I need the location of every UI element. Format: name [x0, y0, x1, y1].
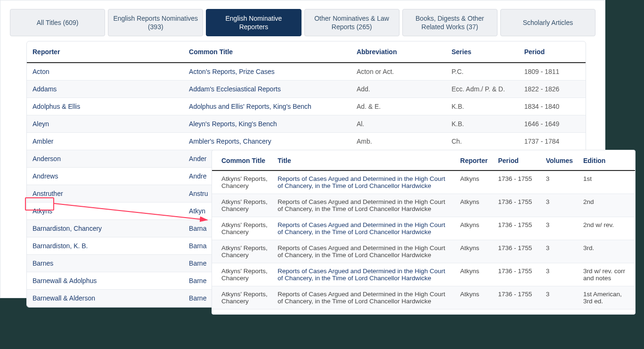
common-title-link[interactable]: Adolphus and Ellis' Reports, King's Benc…	[183, 98, 351, 115]
popup-volumes: 3	[541, 194, 579, 217]
popup-volumes: 3	[541, 170, 579, 194]
series-cell: Ecc. Adm./ P. & D.	[446, 81, 518, 98]
table-row: Adolphus & EllisAdolphus and Ellis' Repo…	[27, 98, 586, 115]
popup-common-title: Atkyns' Reports, Chancery	[212, 217, 273, 240]
tab-english-reports-nominatives[interactable]: English Reports Nominatives (393)	[108, 9, 203, 36]
popup-period: 1736 - 1755	[493, 286, 541, 309]
popup-title[interactable]: Reports of Cases Argued and Determined i…	[273, 217, 456, 240]
popup-reporter: Atkyns	[456, 286, 493, 309]
period-cell: 1646 - 1649	[519, 115, 586, 133]
reporter-link[interactable]: Acton	[27, 63, 183, 81]
popup-edition: 3rd.	[579, 240, 635, 263]
table-row: Atkyns' Reports, ChanceryReports of Case…	[212, 286, 635, 309]
reporter-link[interactable]: Barnardiston, K. B.	[27, 237, 183, 255]
reporter-link[interactable]: Barnewall & Alderson	[27, 290, 183, 307]
popup-volumes: 3	[541, 217, 579, 240]
popup-title: Reports of Cases Argued and Determined i…	[273, 240, 456, 263]
table-row: Atkyns' Reports, ChanceryReports of Case…	[212, 263, 635, 286]
table-row: Atkyns' Reports, ChanceryReports of Case…	[212, 170, 635, 194]
tab-books-digests[interactable]: Books, Digests & Other Related Works (37…	[402, 9, 497, 36]
reporter-link[interactable]: Anderson	[27, 150, 183, 168]
reporter-link[interactable]: Ambler	[27, 133, 183, 150]
popup-reporter: Atkyns	[456, 263, 493, 286]
table-row: Atkyns' Reports, ChanceryReports of Case…	[212, 194, 635, 217]
abbreviation-cell: Add.	[351, 81, 446, 98]
series-cell: K.B.	[446, 115, 518, 133]
tab-scholarly-articles[interactable]: Scholarly Articles	[500, 9, 595, 36]
popup-reporter: Atkyns	[456, 217, 493, 240]
th-popup-title[interactable]: Title	[273, 150, 456, 170]
popup-common-title: Atkyns' Reports, Chancery	[212, 194, 273, 217]
th-abbreviation[interactable]: Abbreviation	[351, 41, 446, 63]
period-cell: 1822 - 1826	[519, 81, 586, 98]
reporter-link[interactable]: Aleyn	[27, 115, 183, 133]
th-popup-volumes[interactable]: Volumes	[541, 150, 579, 170]
popup-title: Reports of Cases Argued and Determined i…	[273, 286, 456, 309]
popup-edition: 1st American, 3rd ed.	[579, 286, 635, 309]
reporter-link[interactable]: Barnewall & Adolphus	[27, 272, 183, 290]
tab-english-nominative-reporters[interactable]: English Nominative Reporters	[206, 9, 301, 36]
period-cell: 1809 - 1811	[519, 63, 586, 81]
th-popup-period[interactable]: Period	[493, 150, 541, 170]
popup-common-title: Atkyns' Reports, Chancery	[212, 240, 273, 263]
th-series[interactable]: Series	[446, 41, 518, 63]
popup-period: 1736 - 1755	[493, 263, 541, 286]
popup-edition: 3rd w/ rev. corr and notes	[579, 263, 635, 286]
th-popup-reporter[interactable]: Reporter	[456, 150, 493, 170]
popup-common-title: Atkyns' Reports, Chancery	[212, 263, 273, 286]
common-title-link[interactable]: Addam's Ecclesiastical Reports	[183, 81, 351, 98]
reporter-link[interactable]: Barnardiston, Chancery	[27, 220, 183, 237]
reporter-link[interactable]: Andrews	[27, 168, 183, 185]
th-popup-edition[interactable]: Edition	[579, 150, 635, 170]
popup-edition: 2nd	[579, 194, 635, 217]
tab-bar: All Titles (609) English Reports Nominat…	[0, 0, 605, 41]
table-row: Atkyns' Reports, ChanceryReports of Case…	[212, 217, 635, 240]
reporter-link[interactable]: Anstruther	[27, 185, 183, 203]
reporter-link[interactable]: Adolphus & Ellis	[27, 98, 183, 115]
popup-title[interactable]: Reports of Cases Argued and Determined i…	[273, 170, 456, 194]
tab-other-nominatives[interactable]: Other Nominatives & Law Reports (265)	[304, 9, 399, 36]
table-row: AddamsAddam's Ecclesiastical ReportsAdd.…	[27, 81, 586, 98]
reporter-link[interactable]: Addams	[27, 81, 183, 98]
common-title-link[interactable]: Aleyn's Reports, King's Bench	[183, 115, 351, 133]
popup-volumes: 3	[541, 240, 579, 263]
th-reporter[interactable]: Reporter	[27, 41, 183, 63]
editions-table: Common Title Title Reporter Period Volum…	[212, 150, 635, 309]
th-period[interactable]: Period	[519, 41, 586, 63]
series-cell: Ch.	[446, 133, 518, 150]
popup-edition: 2nd w/ rev.	[579, 217, 635, 240]
popup-period: 1736 - 1755	[493, 240, 541, 263]
series-cell: P.C.	[446, 63, 518, 81]
period-cell: 1737 - 1784	[519, 133, 586, 150]
popup-volumes: 3	[541, 286, 579, 309]
popup-period: 1736 - 1755	[493, 170, 541, 194]
th-popup-common-title[interactable]: Common Title	[212, 150, 273, 170]
popup-volumes: 3	[541, 263, 579, 286]
abbreviation-cell: Al.	[351, 115, 446, 133]
popup-common-title: Atkyns' Reports, Chancery	[212, 170, 273, 194]
abbreviation-cell: Ad. & E.	[351, 98, 446, 115]
table-row: ActonActon's Reports, Prize CasesActon o…	[27, 63, 586, 81]
table-row: AleynAleyn's Reports, King's BenchAl.K.B…	[27, 115, 586, 133]
reporter-link[interactable]: Barnes	[27, 255, 183, 272]
popup-period: 1736 - 1755	[493, 217, 541, 240]
table-row: Atkyns' Reports, ChanceryReports of Case…	[212, 240, 635, 263]
series-cell: K.B.	[446, 98, 518, 115]
tab-all-titles[interactable]: All Titles (609)	[10, 9, 105, 36]
popup-reporter: Atkyns	[456, 240, 493, 263]
popup-reporter: Atkyns	[456, 194, 493, 217]
abbreviation-cell: Acton or Act.	[351, 63, 446, 81]
popup-title: Reports of Cases Argued and Determined i…	[273, 194, 456, 217]
popup-reporter: Atkyns	[456, 170, 493, 194]
detail-popup: Common Title Title Reporter Period Volum…	[212, 150, 636, 315]
common-title-link[interactable]: Acton's Reports, Prize Cases	[183, 63, 351, 81]
popup-edition: 1st	[579, 170, 635, 194]
abbreviation-cell: Amb.	[351, 133, 446, 150]
reporter-link[interactable]: Atkyns	[27, 203, 183, 220]
table-row: AmblerAmbler's Reports, ChanceryAmb.Ch.1…	[27, 133, 586, 150]
popup-common-title: Atkyns' Reports, Chancery	[212, 286, 273, 309]
period-cell: 1834 - 1840	[519, 98, 586, 115]
th-common-title[interactable]: Common Title	[183, 41, 351, 63]
popup-title[interactable]: Reports of Cases Argued and Determined i…	[273, 263, 456, 286]
common-title-link[interactable]: Ambler's Reports, Chancery	[183, 133, 351, 150]
